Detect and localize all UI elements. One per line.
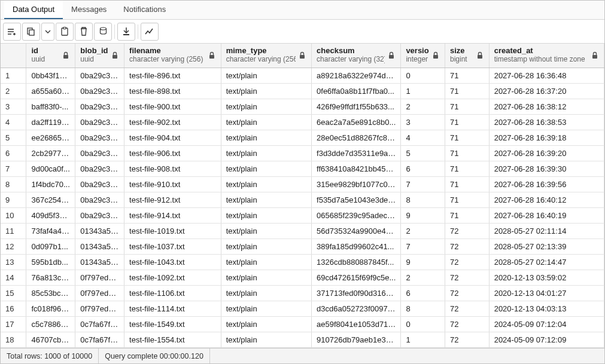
cell-version[interactable]: 7 [401,238,445,254]
table-row[interactable]: 79d00ca0f...0ba29c35...test-file-908.txt… [1,161,604,176]
download-button[interactable] [117,23,135,41]
cell-checksum[interactable]: d3cd6a052723f0097c... [312,301,401,316]
cell-size[interactable]: 72 [445,238,490,254]
cell-filename[interactable]: test-file-1043.txt [124,254,221,270]
cell-blob_id[interactable]: 0ba29c35... [75,99,124,114]
cell-blob_id[interactable]: 0ba29c35... [75,68,124,83]
table-row[interactable]: 9367c2542...0ba29c35...test-file-912.txt… [1,192,604,207]
cell-size[interactable]: 72 [445,332,490,347]
cell-size[interactable]: 72 [445,347,490,348]
cell-filename[interactable]: test-file-1114.txt [124,301,221,316]
cell-mime_type[interactable]: text/plain [221,285,311,301]
cell-version[interactable]: 1 [401,83,445,99]
cell-filename[interactable]: test-file-908.txt [124,161,221,176]
cell-mime_type[interactable]: text/plain [221,130,311,145]
cell-created_at[interactable]: 2027-06-28 16:38:53 [489,114,604,130]
cell-version[interactable]: 6 [401,161,445,176]
cell-created_at[interactable]: 2028-05-27 02:13:39 [489,238,604,254]
cell-mime_type[interactable]: text/plain [221,207,311,223]
cell-checksum[interactable]: f3d3dde7d35311e9aa... [312,145,401,161]
column-header-version[interactable]: versioninteger [401,44,445,68]
cell-id[interactable]: 0bb43f11... [26,68,75,83]
cell-size[interactable]: 71 [445,145,490,161]
cell-blob_id[interactable]: 0f797ed8... [75,270,124,285]
cell-checksum[interactable]: 426f9e9ffdf1f55b633... [312,99,401,114]
cell-filename[interactable]: test-file-900.txt [124,99,221,114]
cell-created_at[interactable]: 2027-06-28 16:39:20 [489,145,604,161]
cell-mime_type[interactable]: text/plain [221,316,311,332]
cell-checksum[interactable]: 371713fed0f90d316c... [312,285,401,301]
table-row[interactable]: 5ee268650...0ba29c35...test-file-904.txt… [1,130,604,145]
cell-size[interactable]: 72 [445,223,490,238]
cell-created_at[interactable]: 2028-05-27 02:11:14 [489,223,604,238]
save-data-button[interactable] [94,23,112,41]
cell-created_at[interactable]: 2027-06-28 16:40:12 [489,192,604,207]
cell-version[interactable]: 2 [401,99,445,114]
cell-checksum[interactable]: ae59f8041e1053d71c... [312,316,401,332]
cell-checksum[interactable]: 28e0ec51d88267fc89... [312,130,401,145]
table-row[interactable]: 16fc018f96-...0f797ed8...test-file-1114.… [1,301,604,316]
cell-blob_id[interactable]: 0ba29c35... [75,83,124,99]
cell-blob_id[interactable]: 0ba29c35... [75,114,124,130]
cell-size[interactable]: 71 [445,130,490,145]
table-row[interactable]: 10bb43f11...0ba29c35...test-file-896.txt… [1,68,604,83]
cell-size[interactable]: 72 [445,301,490,316]
cell-version[interactable]: 6 [401,285,445,301]
cell-checksum[interactable]: 0fe6ffa0a8b11f7fba0... [312,83,401,99]
row-number[interactable]: 1 [1,68,26,83]
cell-id[interactable]: 1f4bdc70... [26,176,75,192]
row-number[interactable]: 17 [1,316,26,332]
cell-version[interactable]: 5 [401,145,445,161]
cell-size[interactable]: 72 [445,270,490,285]
cell-blob_id[interactable]: 0ba29c35... [75,145,124,161]
cell-size[interactable]: 72 [445,316,490,332]
cell-id[interactable]: 367c2542... [26,192,75,207]
cell-id[interactable]: 595b1db... [26,254,75,270]
cell-checksum[interactable]: ff638410a8421bb457... [312,161,401,176]
column-header-filename[interactable]: filenamecharacter varying (256) [124,44,221,68]
cell-created_at[interactable]: 2024-05-09 07:12:09 [489,332,604,347]
cell-blob_id[interactable]: 0ba29c35... [75,192,124,207]
cell-filename[interactable]: test-file-906.txt [124,145,221,161]
cell-created_at[interactable]: 2027-06-28 16:40:19 [489,207,604,223]
cell-size[interactable]: 72 [445,254,490,270]
cell-filename[interactable]: test-file-1549.txt [124,316,221,332]
cell-blob_id[interactable]: 0ba29c35... [75,130,124,145]
cell-blob_id[interactable]: 0f797ed8... [75,285,124,301]
row-number[interactable]: 9 [1,192,26,207]
row-number[interactable]: 19 [1,347,26,348]
column-header-created_at[interactable]: created_attimestamp without time zone [489,44,604,68]
cell-version[interactable]: 9 [401,207,445,223]
cell-version[interactable]: 8 [401,192,445,207]
cell-filename[interactable]: test-file-1554.txt [124,332,221,347]
cell-checksum[interactable]: 389fa185d99602c41... [312,238,401,254]
cell-blob_id[interactable]: 0c7fa67f-... [75,316,124,332]
cell-blob_id[interactable]: 0c7fa67f-... [75,347,124,348]
cell-version[interactable]: 7 [401,176,445,192]
cell-blob_id[interactable]: 01343a5c... [75,254,124,270]
cell-version[interactable]: 4 [401,130,445,145]
cell-mime_type[interactable]: text/plain [221,223,311,238]
cell-size[interactable]: 71 [445,68,490,83]
cell-id[interactable]: 409d5f31... [26,207,75,223]
cell-id[interactable]: fc018f96-... [26,301,75,316]
cell-blob_id[interactable]: 0ba29c35... [75,161,124,176]
cell-checksum[interactable]: 315ee9829bf1077c04... [312,176,401,192]
cell-id[interactable]: baff83f0-... [26,99,75,114]
cell-id[interactable]: 9d00ca0f... [26,161,75,176]
cell-mime_type[interactable]: text/plain [221,145,311,161]
cell-version[interactable]: 2 [401,223,445,238]
cell-filename[interactable]: test-file-1019.txt [124,223,221,238]
cell-mime_type[interactable]: text/plain [221,161,311,176]
cell-created_at[interactable]: 2027-06-28 16:37:20 [489,83,604,99]
cell-version[interactable]: 9 [401,254,445,270]
cell-blob_id[interactable]: 01343a5c... [75,238,124,254]
cell-created_at[interactable]: 2027-06-28 16:36:48 [489,68,604,83]
cell-blob_id[interactable]: 0ba29c35... [75,207,124,223]
cell-mime_type[interactable]: text/plain [221,176,311,192]
row-number[interactable]: 8 [1,176,26,192]
cell-created_at[interactable]: 2020-12-13 04:01:27 [489,285,604,301]
cell-mime_type[interactable]: text/plain [221,254,311,270]
table-row[interactable]: 4da2ff119-...0ba29c35...test-file-902.tx… [1,114,604,130]
cell-blob_id[interactable]: 0f797ed8... [75,301,124,316]
